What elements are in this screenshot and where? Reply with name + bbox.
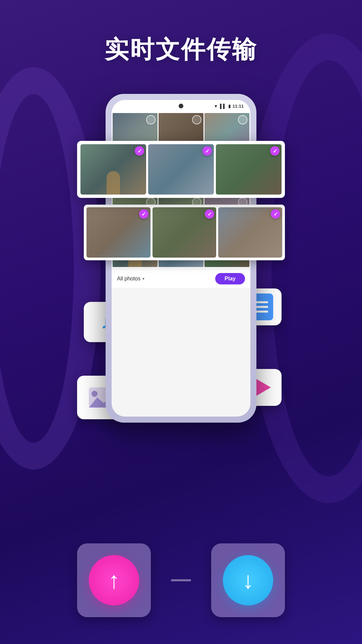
transfer-section	[77, 543, 285, 617]
selected-photo-3[interactable]: ✓	[216, 144, 282, 195]
selected-photo-1[interactable]: ✓	[80, 144, 146, 195]
all-photos-label: All photos	[117, 276, 140, 282]
selected-row-2: ✓ ✓ ✓	[86, 207, 282, 258]
check-badge-3: ✓	[270, 146, 280, 156]
time-display: 11:11	[233, 104, 244, 109]
check-badge-6: ✓	[271, 209, 280, 219]
selected-photo-6[interactable]: ✓	[218, 207, 282, 258]
upload-card[interactable]	[77, 543, 151, 617]
connection-line	[171, 579, 191, 581]
check-badge-1: ✓	[135, 146, 144, 156]
chevron-down-icon: ▾	[142, 276, 144, 281]
phone-bottom-bar: All photos ▾ Play	[112, 269, 250, 288]
page-title: 实时文件传输	[0, 34, 362, 66]
doc-line-2	[255, 306, 268, 308]
doc-line-1	[255, 301, 268, 303]
play-button[interactable]: Play	[215, 273, 245, 284]
all-photos-button[interactable]: All photos ▾	[117, 276, 144, 282]
status-bar: ▼ ▌▌ ▮ 11:11	[112, 100, 250, 112]
selected-photo-2[interactable]: ✓	[148, 144, 214, 195]
signal-icon: ▌▌	[220, 104, 226, 109]
status-icons: ▼ ▌▌ ▮ 11:11	[214, 104, 244, 109]
download-card[interactable]	[211, 543, 285, 617]
selected-row-1: ✓ ✓ ✓	[80, 144, 282, 195]
check-badge-2: ✓	[202, 146, 212, 156]
selected-photos-strip-2: ✓ ✓ ✓	[84, 205, 285, 260]
check-badge-4: ✓	[139, 209, 148, 219]
check-badge-5: ✓	[205, 209, 214, 219]
download-circle[interactable]	[223, 555, 273, 605]
battery-icon: ▮	[228, 104, 231, 109]
selected-photos-strip: ✓ ✓ ✓	[77, 141, 285, 198]
check-empty-9[interactable]	[238, 115, 247, 124]
check-empty-7[interactable]	[146, 115, 156, 124]
upload-arrow	[108, 567, 120, 594]
phone-notch	[179, 104, 183, 108]
check-empty-8[interactable]	[192, 115, 201, 124]
selected-photo-5[interactable]: ✓	[153, 207, 217, 258]
phone-mockup: ✓ ✓ ✓ ✓ ✓ ✓ ♪	[97, 94, 265, 436]
selected-photo-4[interactable]: ✓	[86, 207, 150, 258]
upload-arrow-icon	[108, 567, 120, 594]
wifi-icon: ▼	[214, 104, 218, 109]
upload-circle[interactable]	[89, 555, 139, 605]
svg-point-1	[92, 391, 98, 397]
download-arrow-icon	[242, 567, 254, 594]
doc-line-3	[255, 311, 268, 313]
download-arrow	[242, 567, 254, 594]
play-icon	[255, 378, 271, 397]
